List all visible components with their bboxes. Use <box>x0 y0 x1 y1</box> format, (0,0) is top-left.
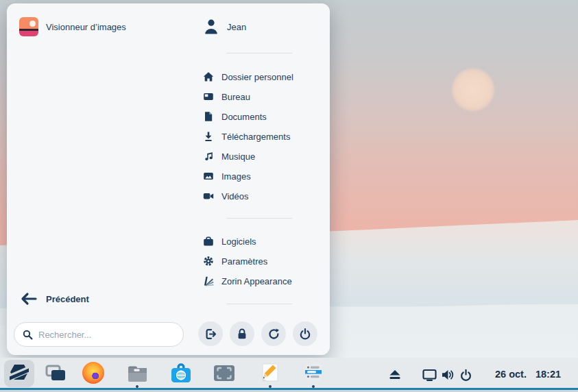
lock-icon <box>236 328 248 341</box>
menu-item-label: Documents <box>221 112 267 122</box>
restart-button[interactable] <box>261 321 286 346</box>
user-icon <box>203 18 219 36</box>
back-button[interactable]: Précédent <box>21 291 89 307</box>
software-store-button[interactable] <box>169 361 193 384</box>
firefox-icon <box>82 362 104 384</box>
menu-item-label: Images <box>221 171 251 182</box>
menu-item-software[interactable]: Logiciels <box>203 234 256 249</box>
zorin-appearance-icon <box>203 275 214 286</box>
menu-item-label: Zorin Appearance <box>221 276 292 286</box>
menu-item-label: Téléchargements <box>221 132 290 142</box>
gear-icon <box>203 256 214 267</box>
menu-item-pictures[interactable]: Images <box>203 169 251 184</box>
todo-list-button[interactable] <box>302 361 325 384</box>
window-switcher-button[interactable] <box>44 361 67 384</box>
app-menu-panel: Visionneur d’images Jean Dossier personn… <box>7 3 330 355</box>
menu-item-label: Vidéos <box>221 191 249 201</box>
restart-icon <box>267 328 280 341</box>
menu-item-downloads[interactable]: Téléchargements <box>203 129 290 144</box>
file-manager-icon <box>125 362 149 384</box>
video-icon <box>203 191 214 201</box>
image-viewer-icon <box>19 17 38 36</box>
home-icon <box>203 71 214 82</box>
menu-item-label: Musique <box>221 151 255 162</box>
lock-button[interactable] <box>230 321 254 346</box>
menu-item-label: Bureau <box>221 92 250 102</box>
logout-icon <box>204 328 217 341</box>
briefcase-icon <box>203 236 214 247</box>
eject-button[interactable] <box>387 367 402 382</box>
window-switcher-icon <box>45 363 67 383</box>
power-tray-button[interactable] <box>458 367 473 382</box>
screenshot-icon <box>213 362 236 384</box>
firefox-button[interactable] <box>82 361 105 384</box>
music-icon <box>203 151 214 162</box>
zorin-menu-icon <box>9 363 29 382</box>
search-input[interactable] <box>38 330 175 340</box>
menu-item-label: Paramètres <box>221 256 267 267</box>
back-arrow-icon <box>21 292 38 306</box>
eject-icon <box>388 369 402 381</box>
menu-item-zorin-appearance[interactable]: Zorin Appearance <box>203 273 292 289</box>
menu-item-label: Visionneur d’images <box>46 22 126 32</box>
power-icon <box>459 369 472 382</box>
clock-date: 26 oct. <box>495 369 527 380</box>
search-field[interactable] <box>14 322 184 347</box>
divider <box>226 53 292 53</box>
display-icon <box>422 369 437 381</box>
desktop-icon <box>203 91 214 102</box>
text-editor-button[interactable] <box>258 361 282 384</box>
display-button[interactable] <box>422 367 437 382</box>
divider <box>226 304 292 304</box>
menu-item-videos[interactable]: Vidéos <box>203 188 249 204</box>
menu-item-user[interactable]: Jean <box>203 18 246 36</box>
menu-item-documents[interactable]: Documents <box>203 109 267 124</box>
menu-item-music[interactable]: Musique <box>203 149 255 164</box>
file-manager-button[interactable] <box>125 361 149 384</box>
software-store-icon <box>169 362 193 384</box>
clock-time: 18:21 <box>535 369 561 380</box>
text-editor-icon <box>258 362 282 384</box>
power-icon <box>299 328 311 341</box>
menu-item-label: Dossier personnel <box>221 72 293 82</box>
back-label: Précédent <box>46 294 89 304</box>
menu-item-settings[interactable]: Paramètres <box>203 254 267 269</box>
volume-button[interactable] <box>440 367 455 382</box>
todo-list-icon <box>302 362 325 384</box>
picture-icon <box>203 171 214 182</box>
menu-item-image-viewer[interactable]: Visionneur d’images <box>19 17 126 36</box>
menu-item-desktop[interactable]: Bureau <box>203 89 250 104</box>
menu-item-home[interactable]: Dossier personnel <box>203 69 293 84</box>
download-icon <box>203 131 214 142</box>
zorin-menu-button[interactable] <box>8 361 31 384</box>
user-name: Jean <box>227 22 246 32</box>
logout-button[interactable] <box>198 321 223 346</box>
search-icon <box>23 330 33 340</box>
volume-icon <box>441 369 455 381</box>
document-icon <box>203 111 214 122</box>
power-button[interactable] <box>293 321 317 346</box>
divider <box>226 218 292 219</box>
screenshot-button[interactable] <box>213 361 236 384</box>
menu-item-label: Logiciels <box>221 236 256 247</box>
clock[interactable]: 26 oct. 18:21 <box>495 369 561 380</box>
